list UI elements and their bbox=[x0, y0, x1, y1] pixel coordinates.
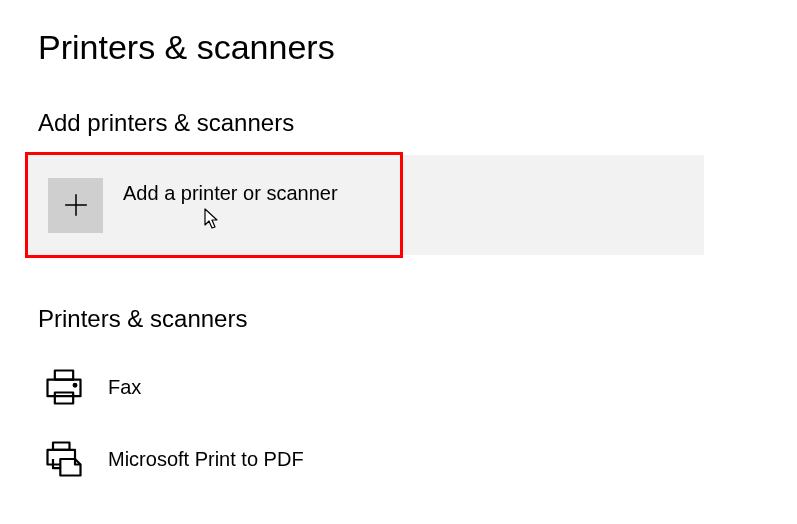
device-item-fax[interactable]: Fax bbox=[38, 351, 714, 423]
device-list: Fax Microsoft Print to PDF bbox=[38, 351, 797, 495]
svg-point-5 bbox=[74, 384, 77, 387]
device-item-print-to-pdf[interactable]: Microsoft Print to PDF bbox=[38, 423, 714, 495]
print-to-file-icon bbox=[42, 437, 90, 481]
add-printer-wrapper: Add a printer or scanner bbox=[28, 155, 797, 255]
add-section-header: Add printers & scanners bbox=[38, 109, 797, 137]
add-printer-button[interactable]: Add a printer or scanner bbox=[28, 155, 704, 255]
printer-icon bbox=[42, 365, 90, 409]
add-printer-label: Add a printer or scanner bbox=[123, 182, 338, 205]
devices-section-header: Printers & scanners bbox=[38, 305, 797, 333]
plus-icon bbox=[48, 178, 103, 233]
svg-rect-4 bbox=[55, 393, 73, 404]
svg-rect-3 bbox=[55, 371, 73, 380]
device-label: Microsoft Print to PDF bbox=[108, 448, 304, 471]
svg-rect-2 bbox=[48, 380, 81, 397]
device-label: Fax bbox=[108, 376, 141, 399]
svg-rect-7 bbox=[53, 443, 70, 450]
page-title: Printers & scanners bbox=[38, 28, 797, 67]
